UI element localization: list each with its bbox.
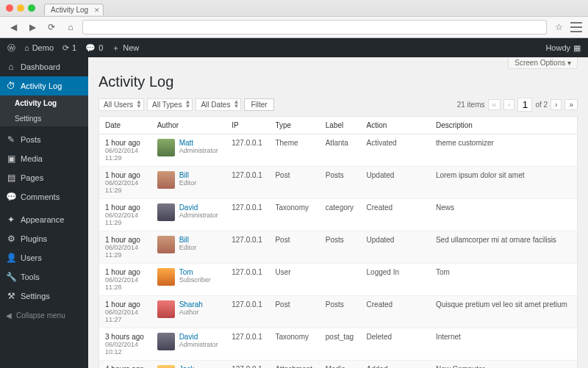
menu-icon: ⏱	[6, 81, 16, 91]
collapse-menu-button[interactable]: ◀Collapse menu	[0, 306, 88, 325]
home-button[interactable]: ⌂	[63, 21, 78, 34]
cell-action: Logged In	[361, 264, 430, 296]
cell-label: Posts	[320, 167, 361, 199]
author-link[interactable]: David	[179, 203, 218, 212]
table-row: 3 hours ago06/02/201410:12DavidAdministr…	[99, 328, 578, 361]
filter-users-label: All Users	[104, 101, 133, 109]
current-page-input[interactable]	[517, 98, 532, 112]
cell-ip: 127.0.0.1	[226, 199, 269, 231]
cell-author: BillEditor	[151, 167, 226, 199]
filter-types-label: All Types	[152, 101, 182, 109]
cell-action: Updated	[361, 167, 430, 199]
filter-types-select[interactable]: All Types ▲▼	[147, 98, 193, 111]
sidebar-subitem-settings[interactable]: Settings	[0, 111, 88, 126]
screen-options-toggle[interactable]: Screen Options ▾	[508, 57, 578, 69]
sidebar-item-posts[interactable]: ✎Posts	[0, 130, 88, 149]
updown-icon: ▲▼	[136, 100, 142, 109]
author-link[interactable]: Bill	[179, 236, 197, 244]
minimize-window-button[interactable]	[17, 4, 24, 12]
filter-users-select[interactable]: All Users ▲▼	[98, 98, 144, 111]
sidebar-item-settings[interactable]: ⚒Settings	[0, 286, 88, 306]
author-role: Editor	[179, 244, 197, 251]
sidebar-item-activity-log[interactable]: ⏱Activity Log	[0, 76, 88, 95]
sidebar-item-pages[interactable]: ▤Pages	[0, 168, 88, 187]
updown-icon: ▲▼	[184, 100, 190, 109]
url-bar[interactable]	[82, 20, 547, 35]
sidebar-item-dashboard[interactable]: ⌂Dashboard	[0, 57, 88, 76]
filter-dates-select[interactable]: All Dates ▲▼	[196, 98, 241, 111]
col-author[interactable]: Author	[151, 117, 226, 134]
prev-page-button[interactable]: ‹	[503, 99, 514, 110]
last-page-button[interactable]: »	[564, 99, 578, 110]
browser-menu-icon[interactable]	[570, 22, 582, 32]
col-label[interactable]: Label	[320, 117, 361, 134]
back-button[interactable]: ◀	[6, 21, 21, 34]
sidebar-item-appearance[interactable]: ✦Appearance	[0, 210, 88, 229]
sidebar-item-users[interactable]: 👤Users	[0, 248, 88, 267]
menu-icon: ⚙	[6, 234, 16, 244]
close-window-button[interactable]	[6, 4, 13, 12]
avatar	[157, 333, 175, 350]
menu-label: Dashboard	[21, 62, 60, 71]
cell-action: Activated	[361, 134, 430, 167]
site-name-link[interactable]: ⌂ Demo	[24, 43, 54, 52]
cell-author: TomSubscriber	[151, 264, 226, 296]
cell-ip: 127.0.0.1	[226, 328, 269, 361]
table-row: 4 hours ago06/02/201409:03JackEditor127.…	[99, 361, 578, 369]
author-link[interactable]: Tom	[179, 268, 211, 276]
cell-label: Posts	[320, 231, 361, 264]
cell-ip: 127.0.0.1	[226, 296, 269, 328]
cell-description: Lorem ipsum dolor sit amet	[430, 167, 578, 199]
sidebar-subitem-activity-log[interactable]: Activity Log	[0, 95, 88, 111]
wp-logo-icon[interactable]: ⓦ	[7, 43, 15, 54]
sidebar-item-plugins[interactable]: ⚙Plugins	[0, 229, 88, 248]
author-link[interactable]: Matt	[179, 139, 218, 147]
reload-button[interactable]: ⟳	[44, 21, 59, 34]
menu-icon: ⚒	[6, 291, 16, 301]
cell-label: Atlanta	[320, 134, 361, 167]
page-of-text: of 2	[535, 101, 548, 109]
sidebar-item-comments[interactable]: 💬Comments	[0, 187, 88, 206]
cell-description: theme customizer	[430, 134, 578, 167]
filter-button[interactable]: Filter	[244, 98, 273, 111]
col-ip[interactable]: IP	[226, 117, 269, 134]
author-link[interactable]: David	[179, 333, 218, 341]
sidebar-item-tools[interactable]: 🔧Tools	[0, 267, 88, 286]
col-action[interactable]: Action	[361, 117, 430, 134]
author-link[interactable]: Bill	[179, 171, 197, 179]
maximize-window-button[interactable]	[28, 4, 35, 12]
updates-link[interactable]: ⟳ 1	[62, 43, 76, 53]
col-description[interactable]: Description	[430, 117, 578, 134]
menu-icon: ✦	[6, 214, 16, 225]
sidebar-item-media[interactable]: ▣Media	[0, 149, 88, 168]
author-role: Author	[179, 309, 203, 316]
cell-author: BillEditor	[151, 231, 226, 264]
author-link[interactable]: Sharah	[179, 300, 203, 309]
table-row: 1 hour ago06/02/201411:29DavidAdministra…	[99, 199, 578, 231]
cell-description: Quisque pretium vel leo sit amet pretium	[430, 296, 578, 328]
cell-type: User	[269, 264, 319, 296]
col-date[interactable]: Date	[99, 117, 151, 134]
cell-date: 3 hours ago06/02/201410:12	[99, 328, 151, 361]
cell-type: Post	[269, 167, 319, 199]
howdy-link[interactable]: Howdy ▦	[545, 43, 581, 53]
author-link[interactable]: Jack	[179, 365, 197, 368]
bookmark-button[interactable]: ☆	[551, 21, 566, 34]
col-type[interactable]: Type	[269, 117, 319, 134]
first-page-button[interactable]: «	[488, 99, 501, 110]
cell-action: Added	[361, 361, 430, 369]
menu-label: Users	[21, 253, 42, 262]
forward-button[interactable]: ▶	[25, 21, 40, 34]
menu-icon: 🔧	[6, 272, 16, 282]
author-role: Administrator	[179, 341, 218, 348]
close-tab-icon[interactable]: ✕	[94, 7, 100, 14]
comments-link[interactable]: 💬 0	[85, 43, 103, 53]
new-content-link[interactable]: ＋ New	[112, 43, 139, 54]
menu-label: Appearance	[21, 215, 64, 224]
new-label: New	[123, 43, 139, 52]
browser-tab[interactable]: Activity Log ✕	[44, 4, 104, 15]
items-count-text: 21 items	[457, 101, 485, 109]
avatar	[157, 236, 175, 253]
table-row: 1 hour ago06/02/201411:27SharahAuthor127…	[99, 296, 578, 328]
next-page-button[interactable]: ›	[551, 99, 562, 110]
